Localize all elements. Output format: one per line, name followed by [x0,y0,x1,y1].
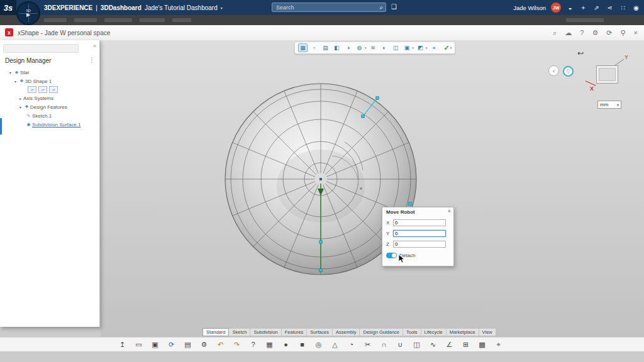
chevron-down-icon[interactable]: ▾ [365,46,367,50]
grid-icon[interactable]: ▦ [264,339,275,350]
open-icon[interactable]: ▭ [133,339,144,350]
cloud-icon[interactable]: ☁ [565,29,572,37]
tree-item-3d-shape[interactable]: ▾ ❖ 3D Shape 1 [0,77,99,85]
detach-toggle[interactable] [386,253,397,258]
subdivide-icon[interactable]: ⊞ [460,339,471,350]
tree-item-star[interactable]: ▾ ◈ Star [0,68,99,77]
close-icon[interactable]: × [448,208,451,214]
save-icon[interactable]: ▣ [150,339,160,350]
undo-icon[interactable]: ↶ [215,339,226,350]
tree-item-axis-systems[interactable]: ▸ Axis Systems [0,94,99,102]
tree-item-label[interactable]: Axis Systems [23,96,53,101]
expand-caret-icon[interactable]: ▾ [8,70,13,75]
plane-xy-icon[interactable]: ▱ [28,86,36,93]
tab-marketplace[interactable]: Marketplace [446,328,479,336]
tab-view[interactable]: View [479,328,496,336]
update-check-icon[interactable]: ✓ [444,44,450,52]
material-icon[interactable]: ◑ [343,43,353,52]
close-icon[interactable]: × [634,29,638,36]
clipboard-icon[interactable]: ▤ [182,339,193,350]
units-select[interactable]: mm ▾ [597,101,621,109]
tree-item-label[interactable]: Sketch.1 [32,113,52,119]
tree-item-label-selected[interactable]: Subdivision Surface.1 [32,122,80,128]
settings-gear-icon[interactable]: ⚙ [199,339,209,350]
measure-icon[interactable]: ⌖ [493,339,504,350]
panel-menu-icon[interactable]: ⋮ [89,57,95,63]
dashboard-caret-icon[interactable]: ▾ [221,6,223,10]
tree-item-label[interactable]: Star [20,70,30,75]
box-primitive-icon[interactable]: ■ [297,339,308,350]
y-field[interactable] [393,230,446,237]
tree-item-label[interactable]: Design Features [30,104,67,110]
help-icon[interactable]: ? [580,29,584,36]
apps-icon[interactable]: ∷ [619,4,627,11]
tab-standard[interactable]: Standard [203,328,229,336]
tag-icon[interactable]: ❑ [391,3,397,10]
tree-item-sketch[interactable]: ∿ Sketch.1 [0,111,99,120]
sync-icon[interactable]: ⟳ [166,339,177,350]
3ds-logo-icon[interactable]: 3s [0,0,16,15]
rotate-view-arrow-icon[interactable]: ↩ [577,48,584,58]
view-cube-face[interactable] [599,68,616,81]
share-icon[interactable]: ⇗ [592,4,601,11]
environment-icon[interactable]: ≋ [369,43,378,52]
plane-zx-icon[interactable]: ▱ [49,86,58,93]
collapse-panel-icon[interactable]: « [93,43,96,49]
z-field[interactable] [393,241,446,248]
add-icon[interactable]: + [579,4,587,11]
drop-icon[interactable]: ◒ [566,4,574,11]
profile-icon[interactable]: ◉ [632,4,640,11]
display-filter-button[interactable]: ▽ [563,66,574,77]
tab-subdivision[interactable]: Subdivision [250,328,281,336]
capture-icon[interactable]: ◩ [416,43,425,52]
expand-caret-icon[interactable]: ▾ [18,105,23,109]
expand-caret-icon[interactable]: ▸ [18,96,23,101]
move-robot-dialog[interactable]: Move Robot × X Y Z Detach [382,207,454,266]
knife-icon[interactable]: ✂ [362,339,373,350]
control-points-icon[interactable]: ▫ [309,43,319,52]
chevron-down-icon[interactable]: ▾ [450,46,452,50]
expand-caret-icon[interactable]: ▾ [13,79,18,84]
sphere-primitive-icon[interactable]: ● [280,339,291,350]
chevron-down-icon[interactable]: ▾ [413,46,414,50]
render-style-icon[interactable]: ◍ [355,43,364,52]
extrude-icon[interactable]: △ [330,339,340,350]
display-modes-icon[interactable]: ⌖ [430,43,439,52]
help-icon[interactable]: ? [248,339,258,350]
split-icon[interactable]: ◔ [346,339,357,350]
tree-item-subdivision-surface[interactable]: ◉ Subdivision Surface.1 [0,120,99,129]
tab-features[interactable]: Features [281,328,308,336]
plane-yz-icon[interactable]: ▱ [38,86,47,93]
export-icon[interactable]: ↥ [117,339,128,350]
window-titlebar[interactable]: x xShape - Jade W personal space ⌕ ☁ ? ⚙… [0,25,644,41]
section-icon[interactable]: ◫ [391,43,401,52]
x-field[interactable] [393,219,446,226]
tab-tools[interactable]: Tools [402,328,421,336]
global-search[interactable]: ⌕ [272,3,386,12]
smooth-icon[interactable]: ∿ [428,339,438,350]
weld-icon[interactable]: ∪ [395,339,406,350]
cylinder-primitive-icon[interactable]: ◎ [313,339,324,350]
tab-assembly[interactable]: Assembly [332,328,360,336]
bridge-icon[interactable]: ∩ [379,339,389,350]
frame-icon[interactable]: ▣ [402,43,412,52]
community-icon[interactable]: ⋖ [606,4,614,11]
3dcompass-icon[interactable]: 3D ▶ [16,1,40,25]
tab-surfaces[interactable]: Surfaces [306,328,333,336]
tab-design-guidance[interactable]: Design Guidance [359,328,403,336]
search-input[interactable] [275,4,379,11]
tree-item-label[interactable]: 3D Shape 1 [25,79,52,84]
user-avatar-badge[interactable]: JW [551,3,561,13]
symmetry-icon[interactable]: ◫ [411,339,422,350]
dashboard-title[interactable]: Jade's Tutorial Dashboard [145,4,218,11]
mesh-icon[interactable]: ▤ [321,43,330,52]
redo-icon[interactable]: ↷ [231,339,242,350]
settings-gear-icon[interactable]: ⚙ [592,29,598,37]
reflections-icon[interactable]: ◐ [380,43,389,52]
pin-icon[interactable]: ⚲ [621,29,626,37]
viewport-3d[interactable]: ▦ ▫ ▤ ◧ ◑ ◍ ▾ ≋ ◐ ◫ ▣ ▾ ◩ ▾ ⌖ ✓ ▾ ↩ Y X … [101,40,644,337]
crease-icon[interactable]: ∠ [444,339,455,350]
subdivision-sphere[interactable] [101,40,644,337]
tab-lifecycle[interactable]: Lifecycle [421,328,447,336]
tab-sketch[interactable]: Sketch [228,328,250,336]
